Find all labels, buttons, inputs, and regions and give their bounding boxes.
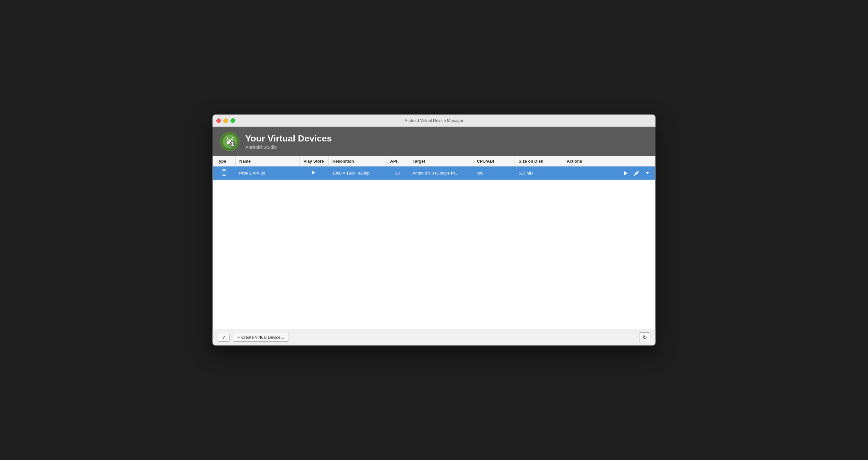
cell-size: 513 MB — [515, 166, 563, 180]
launch-button[interactable] — [622, 169, 629, 177]
help-label: ? — [222, 335, 225, 340]
refresh-icon: ↻ — [643, 334, 647, 340]
svg-point-15 — [224, 174, 224, 175]
col-header-resolution: Resolution — [329, 156, 386, 166]
col-header-actions: Actions — [563, 156, 655, 166]
table-header: Type Name Play Store Resolution API — [213, 156, 655, 166]
header-text: Your Virtual Devices Android Studio — [245, 133, 332, 150]
cell-actions — [563, 166, 655, 180]
play-icon — [624, 171, 627, 175]
help-button[interactable]: ? — [218, 333, 229, 341]
col-header-playstore: Play Store — [300, 156, 329, 166]
create-label: + Create Virtual Device... — [238, 335, 284, 340]
svg-point-4 — [227, 140, 228, 141]
svg-point-12 — [232, 143, 233, 145]
phone-svg — [220, 169, 227, 176]
create-virtual-device-button[interactable]: + Create Virtual Device... — [233, 333, 289, 341]
cell-cpuabi: x86 — [473, 166, 515, 180]
table-header-row: Type Name Play Store Resolution API — [213, 156, 655, 166]
cell-name: Pixel 2 API 28 — [235, 166, 300, 180]
footer: ? + Create Virtual Device... ↻ — [213, 329, 655, 346]
more-options-button[interactable] — [644, 169, 651, 177]
col-header-cpuabi: CPU/ABI — [473, 156, 515, 166]
playstore-svg — [311, 170, 317, 175]
traffic-lights — [216, 119, 235, 123]
table-container: Type Name Play Store Resolution API — [213, 156, 655, 242]
empty-area — [213, 242, 655, 329]
device-table: Type Name Play Store Resolution API — [213, 156, 655, 179]
cell-playstore — [300, 166, 329, 180]
android-studio-logo — [220, 132, 240, 151]
table-body: Pixel 2 API 28 1080 × — [213, 166, 655, 180]
main-content: Type Name Play Store Resolution API — [213, 156, 655, 329]
window-title: Android Virtual Device Manager — [404, 118, 463, 123]
col-header-name: Name — [235, 156, 300, 166]
phone-device-icon — [220, 169, 227, 176]
title-bar: Android Virtual Device Manager — [213, 114, 655, 127]
svg-point-9 — [232, 137, 233, 138]
table-row[interactable]: Pixel 2 API 28 1080 × — [213, 166, 655, 180]
minimize-button[interactable] — [223, 119, 228, 123]
header: Your Virtual Devices Android Studio — [213, 127, 655, 156]
refresh-button[interactable]: ↻ — [639, 332, 650, 342]
cell-api: 28 — [386, 166, 409, 180]
action-buttons-group — [566, 169, 651, 177]
pencil-icon — [634, 171, 639, 176]
cell-resolution: 1080 × 1920: 420dpi — [329, 166, 386, 180]
svg-marker-16 — [312, 170, 316, 175]
close-button[interactable] — [216, 119, 221, 123]
svg-point-8 — [227, 137, 228, 138]
col-header-target: Target — [409, 156, 473, 166]
header-subtitle: Android Studio — [245, 144, 332, 150]
cell-target: Android 9.0 (Google Pl... — [409, 166, 473, 180]
maximize-button[interactable] — [230, 119, 235, 123]
header-title: Your Virtual Devices — [245, 133, 332, 144]
col-header-type: Type — [213, 156, 235, 166]
edit-button[interactable] — [633, 169, 641, 177]
main-window: Android Virtual Device Manager — [213, 114, 655, 346]
playstore-icon — [311, 170, 317, 175]
col-header-api: API — [386, 156, 409, 166]
footer-left: ? + Create Virtual Device... — [218, 333, 289, 341]
cell-type — [213, 166, 235, 180]
col-header-size: Size on Disk — [515, 156, 563, 166]
chevron-down-icon — [646, 172, 649, 174]
